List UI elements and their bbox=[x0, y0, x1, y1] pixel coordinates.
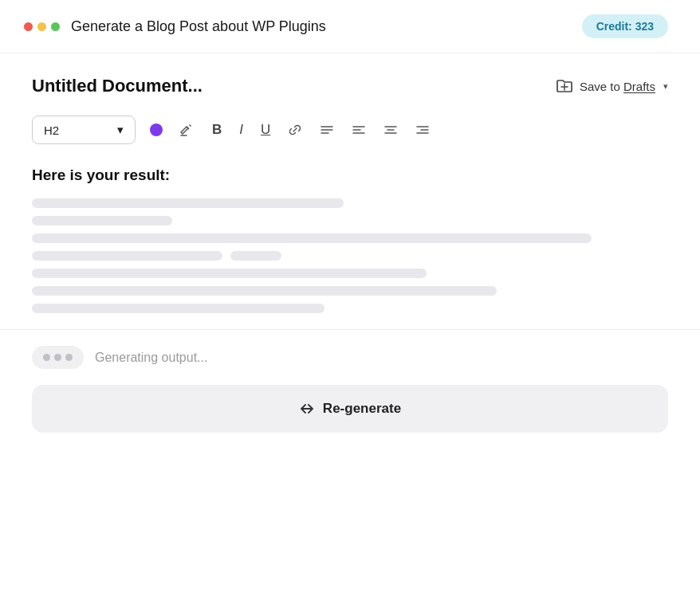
gen-dot-3 bbox=[65, 354, 73, 361]
generating-row: Generating output... bbox=[32, 346, 668, 369]
align-center-button[interactable] bbox=[380, 120, 401, 140]
color-dot bbox=[150, 124, 163, 136]
gen-dot-2 bbox=[54, 354, 61, 361]
skeleton-line-1 bbox=[32, 198, 344, 208]
align-right-icon bbox=[415, 123, 430, 137]
regenerate-label: Re-generate bbox=[323, 401, 401, 417]
skeleton-content bbox=[32, 198, 668, 313]
save-to-drafts-button[interactable]: Save to Drafts ▾ bbox=[556, 78, 668, 94]
heading-select[interactable]: H2 ▾ bbox=[32, 116, 136, 144]
skeleton-line-3 bbox=[32, 233, 592, 243]
align-left-icon bbox=[352, 123, 366, 137]
underline-icon: U bbox=[261, 122, 270, 138]
skeleton-line-4b bbox=[230, 251, 281, 261]
skeleton-line-4a bbox=[32, 251, 222, 261]
generating-dots bbox=[32, 346, 84, 369]
document-area: Untitled Document... Save to Drafts ▾ H2… bbox=[0, 53, 700, 330]
dot-green bbox=[51, 22, 60, 31]
folder-icon bbox=[556, 78, 573, 94]
skeleton-line-7 bbox=[32, 304, 324, 313]
dot-yellow bbox=[37, 22, 46, 31]
align-right-button[interactable] bbox=[412, 120, 433, 140]
underline-button[interactable]: U bbox=[258, 119, 273, 141]
chevron-down-icon: ▾ bbox=[663, 81, 668, 92]
link-icon bbox=[288, 123, 302, 137]
italic-button[interactable]: I bbox=[236, 119, 246, 141]
italic-icon: I bbox=[239, 122, 243, 138]
heading-chevron-icon: ▾ bbox=[117, 123, 124, 137]
align-center-icon bbox=[383, 123, 398, 137]
formatting-toolbar: H2 ▾ B I U bbox=[32, 116, 668, 144]
header-left: Generate a Blog Post about WP Plugins bbox=[24, 18, 326, 35]
skeleton-line-6 bbox=[32, 286, 497, 296]
gen-dot-1 bbox=[43, 354, 50, 361]
link-button[interactable] bbox=[285, 120, 305, 140]
highlighter-button[interactable] bbox=[177, 120, 198, 140]
color-picker-button[interactable] bbox=[147, 120, 166, 139]
generating-text: Generating output... bbox=[95, 351, 207, 365]
dot-red bbox=[24, 22, 33, 31]
highlighter-icon bbox=[180, 123, 195, 137]
bold-button[interactable]: B bbox=[209, 119, 225, 141]
bottom-bar: Generating output... Re-generate bbox=[0, 330, 700, 457]
regenerate-icon bbox=[299, 401, 315, 417]
skeleton-row-4 bbox=[32, 251, 668, 261]
credit-badge: Credit: 323 bbox=[582, 14, 668, 38]
header: Generate a Blog Post about WP Plugins Cr… bbox=[0, 0, 700, 53]
drafts-label: Drafts bbox=[623, 80, 655, 93]
align-left-button[interactable] bbox=[348, 120, 369, 140]
skeleton-line-5 bbox=[32, 269, 427, 278]
result-heading: Here is your result: bbox=[32, 167, 668, 184]
list-icon bbox=[320, 123, 334, 137]
heading-value: H2 bbox=[44, 124, 59, 137]
skeleton-line-2 bbox=[32, 216, 172, 225]
header-title: Generate a Blog Post about WP Plugins bbox=[71, 18, 326, 35]
unordered-list-button[interactable] bbox=[317, 120, 337, 140]
save-label: Save to Drafts bbox=[580, 80, 655, 93]
bold-icon: B bbox=[212, 122, 222, 138]
regenerate-button[interactable]: Re-generate bbox=[32, 385, 668, 433]
document-title: Untitled Document... bbox=[32, 76, 203, 96]
window-dots bbox=[24, 22, 60, 31]
doc-topbar: Untitled Document... Save to Drafts ▾ bbox=[32, 76, 668, 96]
